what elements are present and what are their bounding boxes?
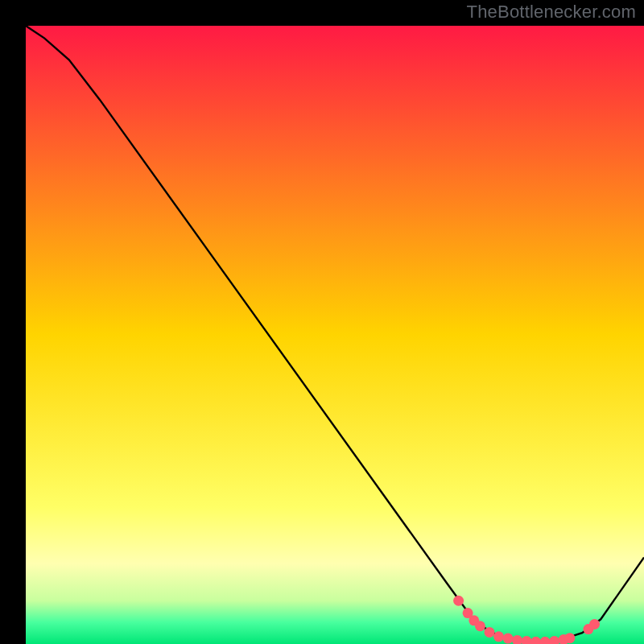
watermark-text: TheBottlenecker.com (467, 2, 636, 23)
data-dot (503, 634, 514, 644)
gradient-background (26, 26, 644, 644)
data-dot (485, 627, 495, 638)
data-dot (453, 596, 464, 606)
data-dot (564, 633, 575, 643)
data-dot (475, 621, 485, 631)
bottleneck-chart (26, 26, 644, 644)
data-dot (493, 631, 504, 642)
chart-frame (13, 13, 631, 631)
data-dot (589, 619, 600, 630)
